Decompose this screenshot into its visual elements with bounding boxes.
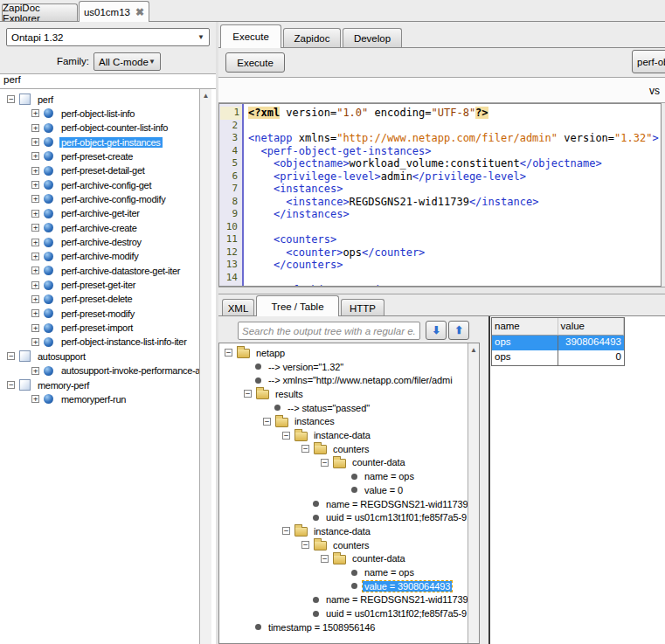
family-select[interactable]: All C-mode ▼ (94, 52, 161, 71)
expander-icon[interactable]: + (31, 367, 39, 375)
tab-xml[interactable]: XML (222, 299, 254, 316)
expander-icon[interactable]: − (301, 541, 309, 549)
api-node[interactable]: +perf-archive-modify (0, 249, 199, 264)
api-node[interactable]: +perf-archive-config-get (0, 177, 199, 192)
expander-icon[interactable]: − (301, 445, 309, 453)
api-node[interactable]: +perf-preset-import (0, 321, 199, 336)
tab-tree-table[interactable]: Tree / Table (256, 295, 339, 316)
xml-attribute-node[interactable]: --> status="passed" (219, 401, 468, 415)
filter-input[interactable]: perf (0, 73, 216, 88)
search-next-button[interactable]: ⬇ (426, 321, 447, 340)
api-node[interactable]: +perf-object-instance-list-info-iter (0, 335, 199, 350)
tab-develop[interactable]: Develop (343, 28, 402, 48)
api-node[interactable]: +perf-object-list-info (0, 106, 199, 121)
xml-value-node[interactable]: name = ops (219, 469, 468, 483)
api-node[interactable]: +perf-archive-datastore-get-iter (0, 263, 199, 278)
expander-icon[interactable]: + (31, 210, 39, 218)
expander-icon[interactable]: + (31, 338, 39, 346)
xml-value-node[interactable]: value = 3908064493 (219, 579, 468, 593)
xml-value-node[interactable]: name = ops (219, 565, 468, 579)
package-node[interactable]: −memory-perf (0, 377, 199, 392)
xml-value-node[interactable]: name = REGDSGNS21-wid11739 (219, 593, 468, 607)
expander-icon[interactable]: + (31, 152, 39, 160)
expander-icon[interactable]: + (31, 253, 39, 260)
expander-icon[interactable]: + (31, 324, 39, 332)
tab-us01cm13[interactable]: us01cm13 ✖ (79, 1, 149, 22)
xml-folder-node[interactable]: −counters (219, 442, 468, 456)
xml-attribute-node[interactable]: --> xmlns="http://www.netapp.com/filer/a… (219, 373, 468, 387)
expander-icon[interactable]: − (7, 95, 15, 103)
expander-icon[interactable]: − (282, 432, 290, 440)
xml-folder-node[interactable]: −counters (219, 538, 468, 552)
expander-icon[interactable]: − (282, 527, 290, 535)
xml-folder-node[interactable]: −instance-data (219, 524, 468, 538)
tab-zapidoc[interactable]: Zapidoc (283, 28, 341, 48)
expander-icon[interactable]: + (31, 281, 39, 289)
api-node[interactable]: +perf-archive-destroy (0, 235, 199, 250)
expander-icon[interactable]: + (31, 295, 39, 303)
xml-folder-node[interactable]: −results (219, 387, 468, 401)
ontapi-version-select[interactable]: Ontapi 1.32 ▼ (6, 28, 210, 46)
api-name-button[interactable]: perf-ob (632, 50, 665, 73)
package-node[interactable]: −perf (0, 92, 199, 107)
xml-folder-node[interactable]: −counter-data (219, 552, 468, 566)
expander-icon[interactable]: + (31, 239, 39, 246)
xml-folder-node[interactable]: −counter-data (219, 456, 468, 470)
expander-icon[interactable]: + (31, 224, 39, 232)
expander-icon[interactable]: − (321, 459, 329, 467)
expander-icon[interactable]: + (31, 267, 39, 274)
expander-icon[interactable]: + (31, 109, 39, 117)
expander-icon[interactable]: − (7, 352, 15, 360)
expander-icon[interactable]: + (31, 395, 39, 403)
api-node[interactable]: +perf-preset-detail-get (0, 163, 199, 178)
xml-folder-node[interactable]: −instance-data (219, 428, 468, 442)
api-node[interactable]: +perf-archive-config-modify (0, 191, 199, 206)
column-header-value[interactable]: value (558, 318, 625, 336)
table-row[interactable]: ops0 (492, 350, 624, 365)
expander-icon[interactable]: − (225, 349, 232, 357)
api-node[interactable]: +autosupport-invoke-performance-a (0, 364, 199, 378)
api-node[interactable]: +perf-preset-delete (0, 292, 199, 307)
expander-icon[interactable]: − (263, 418, 271, 426)
expander-icon[interactable]: + (31, 167, 39, 175)
api-node[interactable]: +perf-object-get-instances (0, 135, 199, 149)
package-node[interactable]: −autosupport (0, 349, 199, 364)
horizontal-splitter[interactable] (218, 287, 665, 294)
scroll-up-icon[interactable]: ▲ (200, 89, 211, 100)
xml-value-node[interactable]: value = 0 (219, 483, 468, 497)
xml-folder-node[interactable]: −instances (219, 415, 468, 429)
api-node[interactable]: +perf-preset-modify (0, 306, 199, 321)
column-header-name[interactable]: name (492, 318, 558, 336)
expander-icon[interactable]: + (31, 195, 39, 203)
expander-icon[interactable]: + (31, 138, 39, 146)
expander-icon[interactable]: + (31, 309, 39, 317)
search-prev-button[interactable]: ⬆ (448, 321, 469, 340)
xml-editor[interactable]: 123456789101112131415 <?xml version="1.0… (218, 103, 662, 287)
search-input[interactable] (238, 322, 420, 340)
expander-icon[interactable]: − (321, 555, 329, 563)
table-row[interactable]: ops3908064493 (492, 336, 624, 350)
api-node[interactable]: +perf-archive-create (0, 220, 199, 235)
xml-value-node[interactable]: uuid = us01cm13t1f01;fe85f7a5-9 (219, 510, 468, 524)
xml-value-node[interactable]: name = REGDSGNS21-wid11739 (219, 497, 468, 511)
output-tree-scrollbar[interactable]: ▲ (468, 343, 479, 644)
api-node[interactable]: +perf-preset-get-iter (0, 278, 199, 293)
api-tree-scrollbar[interactable]: ▲ (199, 89, 211, 644)
xml-folder-node[interactable]: −netapp (219, 346, 468, 360)
xml-value-node[interactable]: timestamp = 1508956146 (219, 620, 468, 634)
tab-http[interactable]: HTTP (341, 299, 384, 316)
xml-value-node[interactable]: uuid = us01cm13t1f02;fe85f7a5-9 (219, 606, 468, 620)
tab-zapidoc-explorer[interactable]: ZapiDoc Explorer (2, 3, 78, 22)
api-node[interactable]: +memoryperf-run (0, 391, 199, 406)
xml-attribute-node[interactable]: --> version="1.32" (219, 360, 468, 374)
api-node[interactable]: +perf-preset-create (0, 149, 199, 163)
api-node[interactable]: +perf-archive-get-iter (0, 206, 199, 221)
expander-icon[interactable]: + (31, 181, 39, 189)
expander-icon[interactable]: + (31, 124, 39, 132)
tab-execute[interactable]: Execute (220, 24, 281, 48)
expander-icon[interactable]: − (7, 381, 15, 389)
api-node[interactable]: +perf-object-counter-list-info (0, 121, 199, 135)
scroll-up-icon[interactable]: ▲ (468, 343, 479, 354)
execute-button[interactable]: Execute (225, 52, 285, 73)
expander-icon[interactable]: − (244, 390, 252, 398)
